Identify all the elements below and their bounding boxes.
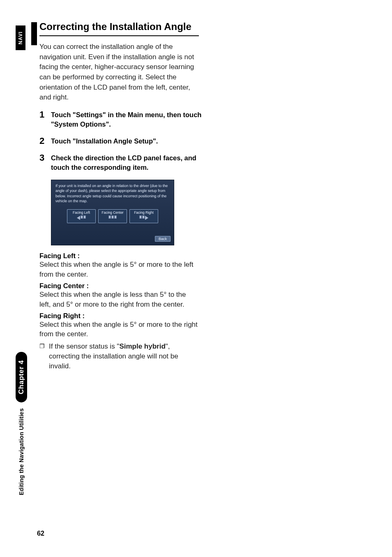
chapter-label: Chapter 4	[16, 352, 27, 402]
note-row: ❐ If the sensor status is "Simple hybrid…	[39, 342, 199, 371]
facing-right-button[interactable]: Facing Right	[129, 209, 158, 223]
step-number: 3	[39, 152, 44, 164]
main-content: Correcting the Installation Angle You ca…	[39, 21, 212, 371]
facing-right-desc: Select this when the angle is 5° or more…	[39, 320, 199, 340]
page-title: Correcting the Installation Angle	[39, 21, 212, 33]
facing-center-term: Facing Center :	[39, 282, 199, 290]
back-button[interactable]: Back	[155, 236, 171, 242]
facing-right-label: Facing Right	[134, 210, 154, 215]
title-bar-icon	[31, 22, 37, 45]
note-text: If the sensor status is "Simple hybrid",…	[49, 342, 199, 371]
intro-paragraph: You can correct the installation angle o…	[39, 42, 199, 103]
facing-center-button[interactable]: Facing Center	[98, 209, 127, 223]
facing-left-desc: Select this when the angle is 5° or more…	[39, 260, 199, 280]
facing-left-button[interactable]: Facing Left	[67, 209, 96, 223]
chapter-block: Chapter 4 Editing the Navigation Utiliti…	[16, 352, 27, 495]
step-2: 2Touch "Installation Angle Setup".	[39, 136, 203, 146]
note-bold: Simple hybrid	[119, 342, 165, 350]
step-1: 1Touch "Settings" in the Main menu, then…	[39, 110, 203, 129]
definitions: Facing Left : Select this when the angle…	[39, 252, 199, 339]
step-number: 2	[39, 135, 44, 148]
navi-tab: NAVI	[16, 25, 25, 50]
facing-left-label: Facing Left	[73, 210, 90, 215]
device-screenshot: If your unit is installed on an angle in…	[51, 180, 174, 245]
page: NAVI Chapter 4 Editing the Navigation Ut…	[0, 0, 392, 557]
step-3: 3Check the direction the LCD panel faces…	[39, 153, 203, 172]
title-underline	[39, 35, 199, 36]
step-text: Touch "Settings" in the Main menu, then …	[51, 111, 201, 128]
screenshot-button-row: Facing Left Facing Center Facing Right	[55, 209, 170, 223]
facing-right-term: Facing Right :	[39, 312, 199, 320]
step-number: 1	[39, 109, 44, 121]
note-prefix: If the sensor status is "	[49, 342, 119, 350]
title-row: Correcting the Installation Angle	[39, 21, 212, 36]
facing-left-term: Facing Left :	[39, 252, 199, 260]
facing-center-label: Facing Center	[101, 210, 123, 215]
steps-list: 1Touch "Settings" in the Main menu, then…	[39, 110, 203, 172]
facing-center-desc: Select this when the angle is less than …	[39, 290, 199, 310]
section-label: Editing the Navigation Utilities	[18, 408, 25, 495]
step-text: Touch "Installation Angle Setup".	[51, 137, 158, 145]
screenshot-instruction-text: If your unit is installed on an angle in…	[55, 183, 170, 203]
step-text: Check the direction the LCD panel faces,…	[51, 154, 196, 171]
note-bullet-icon: ❐	[39, 342, 45, 371]
page-number: 62	[37, 530, 44, 537]
